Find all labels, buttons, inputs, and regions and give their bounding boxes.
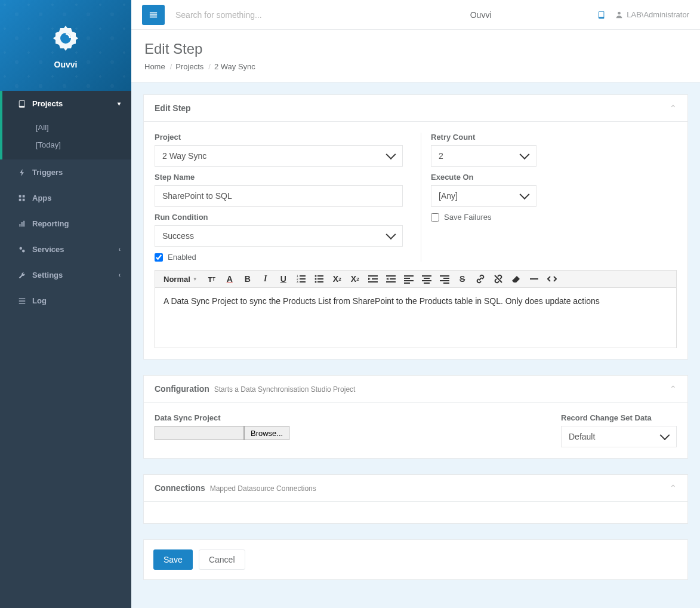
svg-rect-34: [386, 275, 396, 277]
exec-select[interactable]: [Any]: [431, 185, 536, 207]
panel-header: Edit Step ⌃: [144, 95, 687, 122]
panel-body: Project 2 Way Sync Step Name Run Conditi…: [144, 122, 687, 359]
svg-rect-12: [19, 300, 26, 302]
sidebar-sub-all[interactable]: [All]: [2, 119, 131, 136]
outdent-icon[interactable]: [367, 273, 379, 285]
align-right-icon[interactable]: [439, 273, 451, 285]
eraser-icon[interactable]: [510, 273, 522, 285]
content: Edit Step ⌃ Project 2 Way Sync Step Name: [131, 82, 700, 592]
editor-format-select[interactable]: Normal▼: [161, 274, 200, 285]
user-icon: [615, 11, 623, 19]
svg-rect-33: [368, 281, 378, 282]
strikethrough-icon[interactable]: S: [457, 273, 468, 285]
enabled-checkbox[interactable]: [155, 253, 163, 262]
user-menu[interactable]: LAB\Administrator: [615, 10, 689, 19]
chevron-up-icon[interactable]: ⌃: [670, 483, 677, 493]
bars-icon: [149, 11, 158, 19]
sidebar-item-label: Reporting: [32, 219, 69, 228]
enabled-label: Enabled: [168, 253, 196, 262]
editor-body[interactable]: A Data Sync Project to sync the Products…: [155, 288, 676, 348]
chevron-down-icon: ▼: [193, 277, 198, 282]
font-size-icon[interactable]: тT: [206, 273, 218, 285]
sidebar-item-apps[interactable]: Apps: [0, 185, 131, 211]
sidebar-item-triggers[interactable]: Triggers: [0, 159, 131, 185]
record-label: Record Change Set Data: [561, 413, 677, 422]
svg-rect-45: [424, 282, 430, 284]
sidebar-item-reporting[interactable]: Reporting: [0, 211, 131, 237]
sidebar-item-label: Settings: [32, 271, 63, 280]
sidebar-sub-today[interactable]: [Today]: [2, 136, 131, 153]
user-label: LAB\Administrator: [627, 10, 689, 19]
unlink-icon[interactable]: [492, 273, 504, 285]
svg-rect-40: [404, 280, 414, 281]
sidebar-item-services[interactable]: Services‹: [0, 237, 131, 262]
code-icon[interactable]: [546, 273, 558, 285]
bold-icon[interactable]: B: [242, 273, 254, 285]
stepname-input[interactable]: [155, 185, 403, 207]
sidebar: Ouvvi Projects ▾ [All] [Today] Triggers …: [0, 0, 131, 608]
grid-icon: [17, 195, 27, 202]
align-left-icon[interactable]: [403, 273, 415, 285]
chart-icon: [17, 220, 27, 228]
book-icon[interactable]: [597, 11, 606, 19]
page-title: Edit Step: [144, 41, 687, 57]
savefail-checkbox[interactable]: [431, 213, 439, 222]
sidebar-item-projects[interactable]: Projects ▾ [All] [Today]: [0, 91, 131, 159]
exec-label: Execute On: [431, 173, 536, 182]
project-select[interactable]: 2 Way Sync: [155, 145, 403, 167]
panel-subtitle: Mapped Datasource Connections: [210, 484, 316, 493]
italic-icon[interactable]: I: [260, 273, 272, 285]
svg-rect-7: [21, 222, 23, 227]
rich-editor: Normal▼ тT A B I U 123 X2 X2: [155, 270, 677, 348]
align-center-icon[interactable]: [421, 273, 433, 285]
svg-point-24: [314, 275, 316, 277]
chevron-up-icon[interactable]: ⌃: [670, 103, 677, 113]
record-select[interactable]: Default: [561, 426, 677, 447]
browse-button[interactable]: Browse...: [244, 426, 289, 440]
svg-rect-37: [386, 281, 396, 282]
subscript-icon[interactable]: X2: [331, 273, 343, 285]
font-color-icon[interactable]: A: [224, 273, 236, 285]
retry-select[interactable]: 2: [431, 145, 536, 167]
sidebar-header: Ouvvi: [0, 0, 131, 91]
svg-rect-29: [317, 281, 323, 282]
breadcrumb-home[interactable]: Home: [144, 62, 165, 71]
panel-connections: Connections Mapped Datasource Connection…: [143, 474, 688, 524]
svg-marker-31: [368, 278, 371, 280]
svg-rect-44: [422, 280, 431, 281]
ordered-list-icon[interactable]: 123: [295, 273, 307, 285]
save-button[interactable]: Save: [153, 549, 193, 570]
breadcrumb-projects[interactable]: Projects: [175, 62, 203, 71]
svg-marker-35: [386, 278, 388, 280]
svg-rect-27: [317, 278, 323, 280]
link-icon[interactable]: [474, 273, 486, 285]
book-icon: [17, 100, 27, 108]
indent-icon[interactable]: [385, 273, 397, 285]
list-icon: [17, 297, 27, 305]
sidebar-item-settings[interactable]: Settings‹: [0, 262, 131, 288]
sidebar-item-label: Triggers: [32, 168, 63, 177]
product-name: Ouvvi: [54, 60, 78, 69]
hr-icon[interactable]: [528, 273, 540, 285]
page-wrapper: Ouvvi LAB\Administrator Edit Step Home P…: [131, 0, 700, 608]
sidebar-item-log[interactable]: Log: [0, 288, 131, 314]
underline-icon[interactable]: U: [277, 273, 289, 285]
svg-rect-41: [404, 282, 410, 284]
svg-rect-3: [23, 195, 25, 197]
unordered-list-icon[interactable]: [313, 273, 325, 285]
panel-header: Configuration Starts a Data Synchronisat…: [144, 376, 687, 403]
breadcrumb: Home Projects 2 Way Sync: [144, 62, 687, 71]
svg-point-10: [22, 250, 25, 253]
svg-marker-50: [512, 276, 520, 282]
panel-subtitle: Starts a Data Synchronisation Studio Pro…: [214, 385, 356, 394]
search-input[interactable]: [173, 7, 364, 23]
chevron-up-icon[interactable]: ⌃: [670, 384, 677, 394]
superscript-icon[interactable]: X2: [349, 273, 361, 285]
topbar-title: Ouvvi: [364, 10, 597, 20]
runcond-select[interactable]: Success: [155, 225, 403, 247]
retry-label: Retry Count: [431, 133, 536, 142]
sidebar-item-label: Apps: [32, 194, 52, 202]
cancel-button[interactable]: Cancel: [199, 549, 245, 570]
dsproject-path-input[interactable]: [155, 426, 244, 440]
menu-toggle-button[interactable]: [142, 5, 165, 25]
